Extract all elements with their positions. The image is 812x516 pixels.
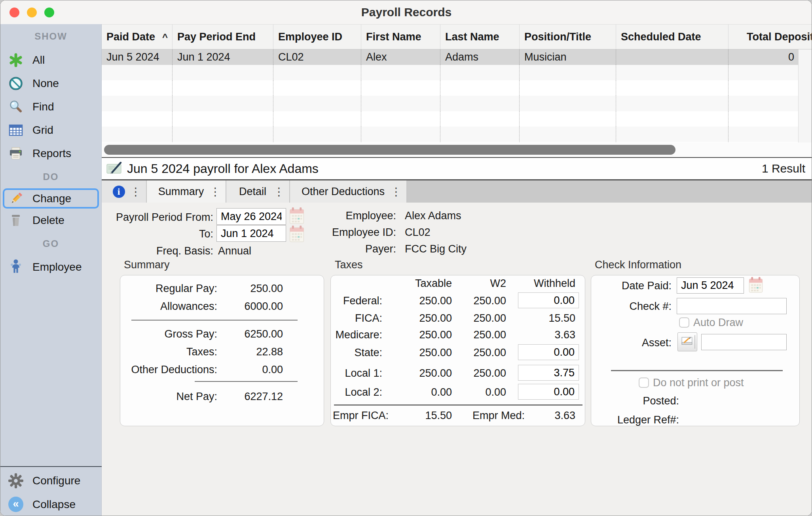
- gross-pay-label: Gross Pay:: [120, 327, 217, 341]
- medicare-taxable: 250.00: [389, 328, 452, 342]
- sidebar-item-label: All: [32, 54, 45, 66]
- regular-pay-value: 250.00: [221, 281, 283, 296]
- sidebar-item-collapse[interactable]: « Collapse: [0, 493, 102, 516]
- state-w2: 250.00: [443, 345, 506, 360]
- sidebar-item-all[interactable]: All: [0, 48, 101, 72]
- tab-bar: i ⋮ Summary ⋮ Detail ⋮ Other Deductions …: [102, 180, 812, 203]
- local2-label: Local 2:: [331, 385, 382, 399]
- state-taxable: 250.00: [389, 345, 452, 360]
- period-from-label: Payroll Period From:: [110, 211, 213, 224]
- magnifier-icon: [8, 99, 23, 115]
- record-status-bar: Jun 5 2024 payroll for Alex Adams 1 Resu…: [102, 158, 812, 180]
- table-row-empty[interactable]: [102, 65, 798, 80]
- column-header-first-name[interactable]: First Name: [361, 25, 440, 49]
- summary-net-divider: [195, 381, 298, 382]
- posted-label: Posted:: [591, 394, 679, 408]
- taxes-label: Taxes:: [120, 345, 217, 359]
- empr-fica-value: 15.50: [389, 408, 452, 423]
- check-info-group-title: Check Information: [595, 259, 681, 271]
- federal-taxable: 250.00: [389, 294, 452, 308]
- asset-input[interactable]: [701, 334, 787, 350]
- column-header-position-title[interactable]: Position/Title: [520, 25, 616, 49]
- gross-pay-value: 6250.00: [221, 327, 283, 341]
- vertical-scrollbar-track[interactable]: [798, 49, 812, 142]
- column-header-pay-period-end[interactable]: Pay Period End: [173, 25, 273, 49]
- cell-scheduled-date: [616, 49, 729, 65]
- asset-picker-button[interactable]: [677, 332, 697, 351]
- payer-label: Payer:: [297, 242, 396, 256]
- table-row-empty[interactable]: [102, 80, 798, 96]
- auto-draw-checkbox[interactable]: [679, 317, 689, 328]
- sidebar-item-change[interactable]: Change: [3, 188, 99, 209]
- cell-employee-id: CL02: [273, 49, 361, 65]
- payroll-records-window: Payroll Records SHOW All None Find: [0, 0, 812, 516]
- tab-other-deductions[interactable]: Other Deductions ⋮: [290, 180, 406, 203]
- do-not-print-checkbox[interactable]: [639, 378, 649, 388]
- state-withheld-input[interactable]: [518, 344, 579, 360]
- sidebar-item-label: Reports: [32, 147, 71, 160]
- sidebar-item-reports[interactable]: Reports: [0, 142, 101, 165]
- sort-ascending-icon: ^: [162, 32, 168, 42]
- medicare-withheld: 3.63: [512, 328, 575, 342]
- allowances-value: 6000.00: [221, 299, 283, 313]
- sidebar-section-go: GO: [0, 232, 101, 255]
- calendar-icon[interactable]: [749, 276, 763, 295]
- sidebar-item-delete[interactable]: Delete: [0, 209, 101, 232]
- sidebar-item-grid[interactable]: Grid: [0, 118, 101, 142]
- local1-w2: 250.00: [443, 366, 506, 380]
- date-paid-input[interactable]: [677, 277, 744, 294]
- employee-id-label: Employee ID:: [297, 226, 396, 239]
- local2-withheld-input[interactable]: [518, 384, 579, 400]
- summary-tab-content: Payroll Period From: To: Freq. Basis: An…: [102, 203, 812, 516]
- collapse-icon: «: [8, 496, 23, 513]
- allowances-label: Allowances:: [120, 299, 217, 313]
- horizontal-scrollbar-thumb[interactable]: [104, 145, 675, 155]
- medicare-label: Medicare:: [331, 328, 382, 342]
- taxable-column-header: Taxable: [369, 276, 452, 290]
- table-row-empty[interactable]: [102, 111, 798, 127]
- freq-basis-value: Annual: [218, 244, 251, 258]
- info-tab-button[interactable]: i ⋮: [102, 180, 146, 203]
- sidebar-item-configure[interactable]: Configure: [0, 469, 102, 492]
- taxes-value: 22.88: [221, 345, 283, 359]
- local1-withheld-input[interactable]: [518, 365, 579, 381]
- cell-last-name: Adams: [440, 49, 520, 65]
- tab-detail[interactable]: Detail ⋮: [226, 180, 289, 203]
- cell-first-name: Alex: [361, 49, 440, 65]
- sidebar-item-none[interactable]: None: [0, 72, 101, 95]
- payer-value: FCC Big City: [405, 242, 467, 256]
- other-deductions-value: 0.00: [221, 362, 283, 377]
- sidebar-item-label: Configure: [32, 474, 80, 487]
- table-row-empty[interactable]: [102, 127, 798, 142]
- regular-pay-label: Regular Pay:: [120, 281, 217, 296]
- payroll-check-icon: [106, 162, 123, 175]
- sidebar-item-label: None: [32, 77, 59, 90]
- table-row-empty[interactable]: [102, 96, 798, 111]
- tab-summary[interactable]: Summary ⋮: [147, 180, 226, 203]
- sidebar-item-employee[interactable]: Employee: [0, 255, 101, 279]
- w2-column-header: W2: [452, 276, 506, 290]
- column-header-employee-id[interactable]: Employee ID: [273, 25, 361, 49]
- table-row-selected[interactable]: Jun 5 2024 Jun 1 2024 CL02 Alex Adams Mu…: [102, 49, 798, 65]
- period-to-input[interactable]: [216, 225, 286, 242]
- sidebar-section-show: SHOW: [0, 24, 101, 48]
- net-pay-value: 6227.12: [221, 389, 283, 404]
- sidebar-item-find[interactable]: Find: [0, 95, 101, 118]
- period-to-label: To:: [110, 227, 213, 241]
- check-number-label: Check #:: [591, 299, 672, 313]
- federal-withheld-input[interactable]: [518, 292, 579, 308]
- grid-icon: [8, 122, 23, 138]
- freq-basis-label: Freq. Basis:: [110, 244, 213, 258]
- column-header-total-deposit[interactable]: Total Deposit: [729, 25, 812, 49]
- column-header-last-name[interactable]: Last Name: [440, 25, 520, 49]
- employee-value: Alex Adams: [405, 209, 461, 222]
- local1-label: Local 1:: [331, 366, 382, 380]
- tab-label: Other Deductions: [302, 186, 395, 198]
- column-header-scheduled-date[interactable]: Scheduled Date: [616, 25, 729, 49]
- check-number-input[interactable]: [677, 298, 787, 314]
- sidebar-divider: [0, 466, 102, 467]
- period-from-input[interactable]: [216, 208, 286, 225]
- column-header-paid-date[interactable]: Paid Date^: [102, 25, 173, 49]
- state-label: State:: [331, 345, 382, 360]
- horizontal-scrollbar-track[interactable]: [102, 142, 812, 157]
